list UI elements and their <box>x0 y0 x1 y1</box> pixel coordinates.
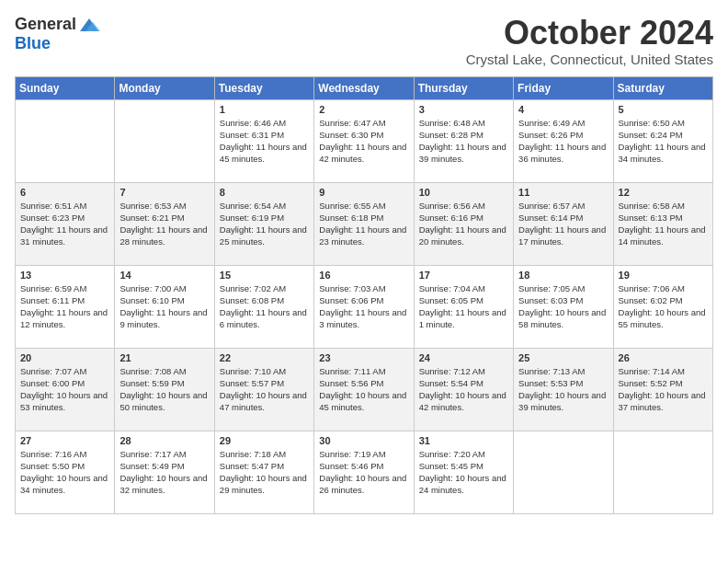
day-info: Sunrise: 7:11 AM Sunset: 5:56 PM Dayligh… <box>319 365 408 414</box>
calendar-cell: 21Sunrise: 7:08 AM Sunset: 5:59 PM Dayli… <box>115 348 214 431</box>
day-number: 2 <box>319 104 408 115</box>
calendar-cell: 27Sunrise: 7:16 AM Sunset: 5:50 PM Dayli… <box>16 431 115 513</box>
calendar-cell: 12Sunrise: 6:58 AM Sunset: 6:13 PM Dayli… <box>613 182 712 265</box>
calendar-cell: 25Sunrise: 7:13 AM Sunset: 5:53 PM Dayli… <box>514 348 613 431</box>
calendar-cell: 1Sunrise: 6:46 AM Sunset: 6:31 PM Daylig… <box>214 99 313 182</box>
calendar-cell <box>514 431 613 513</box>
calendar-cell: 28Sunrise: 7:17 AM Sunset: 5:49 PM Dayli… <box>115 431 214 513</box>
calendar-cell <box>16 99 115 182</box>
location-title: Crystal Lake, Connecticut, United States <box>466 52 713 67</box>
day-info: Sunrise: 6:56 AM Sunset: 6:16 PM Dayligh… <box>419 200 508 248</box>
weekday-header-saturday: Saturday <box>613 76 712 99</box>
weekday-header-thursday: Thursday <box>414 76 513 99</box>
page-header: General Blue October 2024 Crystal Lake, … <box>15 15 713 67</box>
day-number: 3 <box>419 104 508 115</box>
day-info: Sunrise: 6:50 AM Sunset: 6:24 PM Dayligh… <box>619 117 708 166</box>
day-number: 12 <box>619 187 708 198</box>
day-number: 13 <box>20 270 109 281</box>
weekday-header-wednesday: Wednesday <box>314 76 414 99</box>
calendar-cell: 10Sunrise: 6:56 AM Sunset: 6:16 PM Dayli… <box>414 182 513 265</box>
day-number: 5 <box>619 104 708 115</box>
day-number: 6 <box>20 187 109 198</box>
calendar-cell: 2Sunrise: 6:47 AM Sunset: 6:30 PM Daylig… <box>314 99 414 182</box>
day-info: Sunrise: 7:14 AM Sunset: 5:52 PM Dayligh… <box>619 365 708 414</box>
day-number: 11 <box>518 187 608 198</box>
day-number: 19 <box>619 270 708 281</box>
day-number: 9 <box>319 187 408 198</box>
day-info: Sunrise: 7:18 AM Sunset: 5:47 PM Dayligh… <box>220 448 309 497</box>
day-number: 20 <box>20 352 109 363</box>
day-number: 25 <box>518 352 608 363</box>
day-number: 21 <box>119 352 209 363</box>
day-number: 22 <box>220 352 309 363</box>
calendar-cell: 6Sunrise: 6:51 AM Sunset: 6:23 PM Daylig… <box>16 182 115 265</box>
day-info: Sunrise: 7:00 AM Sunset: 6:10 PM Dayligh… <box>119 282 209 331</box>
calendar-cell: 15Sunrise: 7:02 AM Sunset: 6:08 PM Dayli… <box>214 265 313 348</box>
day-info: Sunrise: 7:04 AM Sunset: 6:05 PM Dayligh… <box>419 282 508 331</box>
calendar-week-row: 20Sunrise: 7:07 AM Sunset: 6:00 PM Dayli… <box>16 348 713 431</box>
calendar-cell: 26Sunrise: 7:14 AM Sunset: 5:52 PM Dayli… <box>613 348 712 431</box>
day-number: 16 <box>319 270 408 281</box>
day-number: 31 <box>419 435 508 446</box>
day-number: 1 <box>220 104 309 115</box>
calendar-week-row: 1Sunrise: 6:46 AM Sunset: 6:31 PM Daylig… <box>16 99 713 182</box>
day-info: Sunrise: 6:48 AM Sunset: 6:28 PM Dayligh… <box>419 117 508 166</box>
day-info: Sunrise: 6:57 AM Sunset: 6:14 PM Dayligh… <box>518 200 608 248</box>
calendar-header-row: SundayMondayTuesdayWednesdayThursdayFrid… <box>16 76 713 99</box>
day-number: 29 <box>220 435 309 446</box>
weekday-header-tuesday: Tuesday <box>214 76 313 99</box>
calendar-cell: 5Sunrise: 6:50 AM Sunset: 6:24 PM Daylig… <box>613 99 712 182</box>
day-info: Sunrise: 6:51 AM Sunset: 6:23 PM Dayligh… <box>20 200 109 248</box>
calendar-cell: 3Sunrise: 6:48 AM Sunset: 6:28 PM Daylig… <box>414 99 513 182</box>
day-number: 4 <box>518 104 608 115</box>
day-number: 17 <box>419 270 508 281</box>
day-info: Sunrise: 7:08 AM Sunset: 5:59 PM Dayligh… <box>119 365 209 414</box>
calendar-cell: 11Sunrise: 6:57 AM Sunset: 6:14 PM Dayli… <box>514 182 613 265</box>
day-number: 15 <box>220 270 309 281</box>
calendar-cell: 23Sunrise: 7:11 AM Sunset: 5:56 PM Dayli… <box>314 348 414 431</box>
day-info: Sunrise: 7:06 AM Sunset: 6:02 PM Dayligh… <box>619 282 708 331</box>
day-number: 8 <box>220 187 309 198</box>
day-info: Sunrise: 6:53 AM Sunset: 6:21 PM Dayligh… <box>119 200 209 248</box>
day-info: Sunrise: 7:20 AM Sunset: 5:45 PM Dayligh… <box>419 448 508 497</box>
calendar-cell: 14Sunrise: 7:00 AM Sunset: 6:10 PM Dayli… <box>115 265 214 348</box>
day-number: 30 <box>319 435 408 446</box>
calendar-week-row: 27Sunrise: 7:16 AM Sunset: 5:50 PM Dayli… <box>16 431 713 513</box>
day-info: Sunrise: 7:10 AM Sunset: 5:57 PM Dayligh… <box>220 365 309 414</box>
day-info: Sunrise: 7:03 AM Sunset: 6:06 PM Dayligh… <box>319 282 408 331</box>
day-number: 7 <box>119 187 209 198</box>
day-info: Sunrise: 6:49 AM Sunset: 6:26 PM Dayligh… <box>518 117 608 166</box>
logo: General Blue <box>15 15 100 53</box>
logo-icon <box>78 17 100 33</box>
calendar-cell: 8Sunrise: 6:54 AM Sunset: 6:19 PM Daylig… <box>214 182 313 265</box>
calendar-week-row: 13Sunrise: 6:59 AM Sunset: 6:11 PM Dayli… <box>16 265 713 348</box>
day-number: 27 <box>20 435 109 446</box>
calendar-cell: 16Sunrise: 7:03 AM Sunset: 6:06 PM Dayli… <box>314 265 414 348</box>
day-info: Sunrise: 7:07 AM Sunset: 6:00 PM Dayligh… <box>20 365 109 414</box>
calendar-cell: 4Sunrise: 6:49 AM Sunset: 6:26 PM Daylig… <box>514 99 613 182</box>
calendar-cell: 24Sunrise: 7:12 AM Sunset: 5:54 PM Dayli… <box>414 348 513 431</box>
day-number: 10 <box>419 187 508 198</box>
day-number: 14 <box>119 270 209 281</box>
title-area: October 2024 Crystal Lake, Connecticut, … <box>466 15 713 67</box>
weekday-header-friday: Friday <box>514 76 613 99</box>
logo-blue-text: Blue <box>15 34 51 53</box>
day-info: Sunrise: 7:02 AM Sunset: 6:08 PM Dayligh… <box>220 282 309 331</box>
calendar-cell: 31Sunrise: 7:20 AM Sunset: 5:45 PM Dayli… <box>414 431 513 513</box>
calendar-cell: 7Sunrise: 6:53 AM Sunset: 6:21 PM Daylig… <box>115 182 214 265</box>
calendar-cell <box>613 431 712 513</box>
day-info: Sunrise: 6:59 AM Sunset: 6:11 PM Dayligh… <box>20 282 109 331</box>
day-number: 24 <box>419 352 508 363</box>
day-info: Sunrise: 6:55 AM Sunset: 6:18 PM Dayligh… <box>319 200 408 248</box>
calendar-week-row: 6Sunrise: 6:51 AM Sunset: 6:23 PM Daylig… <box>16 182 713 265</box>
month-title: October 2024 <box>466 15 713 52</box>
calendar-cell <box>115 99 214 182</box>
day-info: Sunrise: 6:58 AM Sunset: 6:13 PM Dayligh… <box>619 200 708 248</box>
calendar-cell: 17Sunrise: 7:04 AM Sunset: 6:05 PM Dayli… <box>414 265 513 348</box>
day-info: Sunrise: 7:12 AM Sunset: 5:54 PM Dayligh… <box>419 365 508 414</box>
day-info: Sunrise: 7:05 AM Sunset: 6:03 PM Dayligh… <box>518 282 608 331</box>
day-info: Sunrise: 6:47 AM Sunset: 6:30 PM Dayligh… <box>319 117 408 166</box>
logo-general-text: General <box>15 15 76 34</box>
calendar-cell: 30Sunrise: 7:19 AM Sunset: 5:46 PM Dayli… <box>314 431 414 513</box>
calendar-cell: 18Sunrise: 7:05 AM Sunset: 6:03 PM Dayli… <box>514 265 613 348</box>
